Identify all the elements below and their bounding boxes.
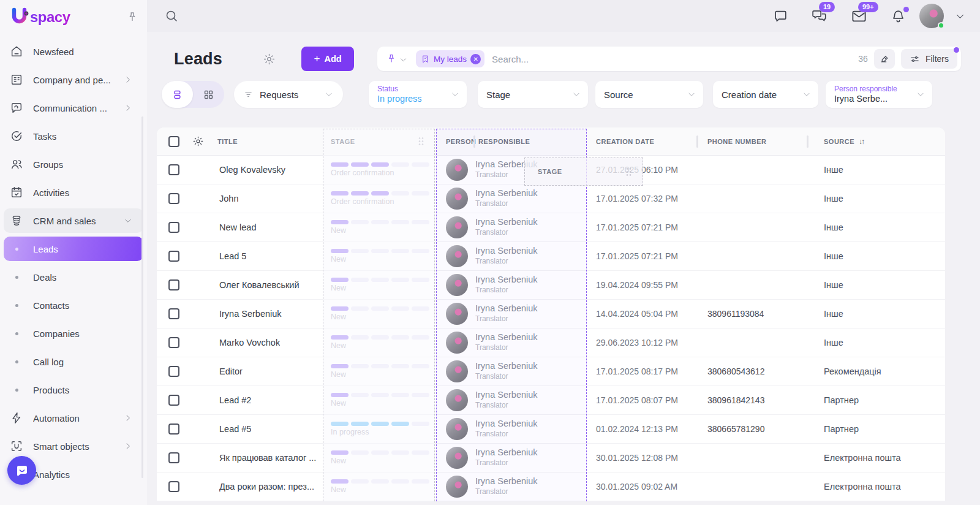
column-separator[interactable]	[696, 135, 698, 148]
lead-title[interactable]: Editor	[219, 366, 243, 376]
table-row[interactable]: Editor New Iryna Serbeniuk	[157, 357, 945, 386]
stage-cell[interactable]: New	[318, 444, 435, 472]
column-separator[interactable]	[807, 135, 809, 148]
global-search-icon[interactable]	[164, 9, 179, 23]
table-row[interactable]: Олег Ковалевський New Iryna S	[157, 271, 945, 300]
lead-title[interactable]: Marko Vovchok	[219, 338, 280, 347]
table-row[interactable]: Lead 5 New Iryna Serbeniuk	[157, 242, 945, 271]
list-view-button[interactable]	[162, 81, 193, 108]
chats-icon[interactable]: 19	[812, 8, 827, 24]
person-name[interactable]: Iryna Serbeniuk	[475, 476, 538, 487]
row-checkbox[interactable]	[168, 366, 179, 377]
sidebar-item-groups[interactable]: Groups	[4, 152, 143, 177]
column-header-source[interactable]: SOURCE	[824, 138, 854, 145]
person-name[interactable]: Iryna Serbeniuk	[475, 419, 538, 429]
select-all-checkbox[interactable]	[168, 136, 179, 147]
column-separator[interactable]	[473, 135, 475, 148]
table-row[interactable]: John Order confirmation Iryna	[157, 184, 945, 213]
table-row[interactable]: New lead New Iryna Serbeniuk	[157, 213, 945, 242]
person-name[interactable]: Iryna Serbeniuk	[475, 303, 538, 314]
lead-title[interactable]: Lead 5	[219, 251, 246, 261]
table-row[interactable]: Iryna Serbeniuk New Iryna Ser	[157, 300, 945, 328]
filters-button[interactable]: Filters	[901, 49, 957, 69]
row-checkbox[interactable]	[168, 481, 179, 492]
user-avatar[interactable]	[919, 4, 944, 28]
lead-title[interactable]: John	[219, 194, 238, 203]
search-bar[interactable]: My leads ✕ 36 Filters	[377, 47, 961, 71]
lead-title[interactable]: Iryna Serbeniuk	[219, 309, 282, 319]
drag-handle-icon[interactable]	[418, 137, 424, 146]
source-filter[interactable]: Source	[595, 81, 703, 108]
creation-date-filter[interactable]: Creation date	[713, 81, 818, 108]
kanban-view-button[interactable]	[193, 81, 224, 108]
stage-cell[interactable]: New	[318, 473, 435, 501]
person-name[interactable]: Iryna Serbeniuk	[475, 447, 538, 458]
stage-cell[interactable]: New	[318, 242, 435, 270]
row-checkbox[interactable]	[168, 222, 179, 233]
sidebar-item-smart-objects[interactable]: Smart objects	[4, 434, 143, 458]
notifications-bell-icon[interactable]	[891, 9, 906, 24]
comments-icon[interactable]	[773, 9, 788, 24]
sidebar-item-activities[interactable]: Activities	[4, 180, 143, 205]
search-input[interactable]	[492, 54, 858, 64]
lead-title[interactable]: Два роки разом: през...	[219, 482, 314, 492]
person-name[interactable]: Iryna Serbeniuk	[475, 275, 538, 285]
table-row[interactable]: Lead #2 New Iryna Serbeniuk	[157, 386, 945, 415]
person-name[interactable]: Iryna Serbeniuk	[475, 246, 538, 256]
chip-close-icon[interactable]: ✕	[470, 54, 481, 64]
row-checkbox[interactable]	[168, 423, 179, 435]
person-name[interactable]: Iryna Serbeniuk	[475, 390, 538, 400]
stage-cell[interactable]: In progress	[318, 415, 435, 443]
row-checkbox[interactable]	[168, 395, 179, 406]
sidebar-item-deals[interactable]: Deals	[4, 265, 143, 289]
stage-cell[interactable]: New	[318, 357, 435, 385]
mail-icon[interactable]: 99+	[851, 8, 867, 25]
stage-cell[interactable]: Order confirmation	[318, 156, 435, 184]
column-header-person[interactable]: PERSON RESPONSIBLE	[446, 138, 530, 145]
status-filter[interactable]: Status In progress	[369, 81, 467, 108]
row-checkbox[interactable]	[168, 193, 179, 204]
stage-cell[interactable]: New	[318, 386, 435, 414]
table-row[interactable]: Два роки разом: през... New I	[157, 473, 945, 501]
lead-title[interactable]: Oleg Kovalevsky	[219, 165, 285, 175]
lead-title[interactable]: New lead	[219, 222, 256, 232]
sidebar-item-crm[interactable]: CRM and sales	[4, 208, 143, 233]
row-checkbox[interactable]	[168, 251, 179, 262]
stage-filter[interactable]: Stage	[478, 81, 588, 108]
sidebar-item-products[interactable]: Products	[4, 378, 143, 402]
column-header-creation-date[interactable]: CREATION DATE	[596, 138, 654, 145]
sidebar-item-communication[interactable]: Communication ...	[4, 96, 143, 120]
my-leads-filter-chip[interactable]: My leads ✕	[416, 50, 484, 67]
lead-title[interactable]: Як працював каталог ...	[219, 453, 316, 463]
stage-column-drag-ghost[interactable]: STAGE	[524, 158, 643, 186]
table-row[interactable]: Marko Vovchok New Iryna Serbe	[157, 328, 945, 357]
sidebar-item-leads[interactable]: Leads	[4, 237, 143, 261]
row-checkbox[interactable]	[168, 279, 179, 290]
column-header-title[interactable]: TITLE	[217, 138, 238, 145]
stage-cell[interactable]: New	[318, 213, 435, 241]
stage-cell[interactable]: Order confirmation	[318, 184, 435, 213]
table-row[interactable]: Як працював каталог ... New I	[157, 444, 945, 473]
add-lead-button[interactable]: + Add	[301, 47, 354, 71]
lead-title[interactable]: Олег Ковалевський	[219, 280, 300, 290]
table-row[interactable]: Lead #5 In progress Iryna Ser	[157, 415, 945, 444]
pin-chevron-down-icon[interactable]	[399, 56, 407, 64]
person-responsible-filter[interactable]: Person responsible Iryna Serbe...	[826, 81, 932, 108]
person-name[interactable]: Iryna Serbeniuk	[475, 188, 538, 199]
stage-cell[interactable]: New	[318, 328, 435, 357]
person-name[interactable]: Iryna Serbeniuk	[475, 361, 538, 371]
clear-search-eraser-icon[interactable]	[874, 49, 895, 69]
sidebar-item-companies[interactable]: Companies	[4, 321, 143, 346]
requests-dropdown[interactable]: Requests	[234, 81, 343, 108]
pin-filter-icon[interactable]	[386, 53, 397, 64]
column-header-phone[interactable]: PHONE NUMBER	[707, 138, 766, 145]
person-name[interactable]: Iryna Serbeniuk	[475, 332, 538, 343]
person-name[interactable]: Iryna Serbeniuk	[475, 217, 538, 227]
sidebar-item-call-log[interactable]: Call log	[4, 349, 143, 374]
uspacy-logo[interactable]: spacy	[10, 7, 70, 27]
row-checkbox[interactable]	[168, 337, 179, 348]
support-chat-button[interactable]	[7, 456, 36, 485]
table-settings-gear-icon[interactable]	[192, 135, 204, 147]
sidebar-item-contacts[interactable]: Contacts	[4, 293, 143, 317]
sidebar-item-newsfeed[interactable]: Newsfeed	[4, 39, 143, 64]
